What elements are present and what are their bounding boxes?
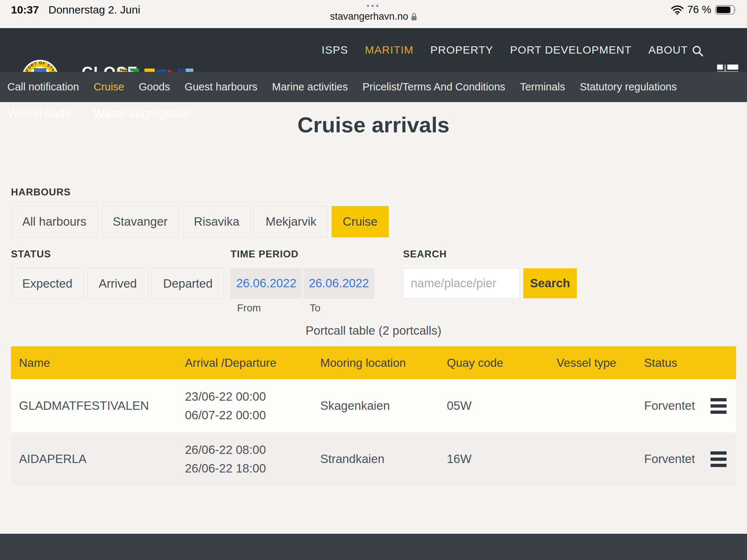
cell-name: AIDAPERLA — [11, 452, 177, 466]
subnav-pricelist[interactable]: Pricelist/Terms And Conditions — [363, 81, 506, 93]
subnav-guest-harbours[interactable]: Guest harbours — [185, 81, 258, 93]
harbour-button-cruise[interactable]: Cruise — [332, 206, 389, 237]
subnav-goods[interactable]: Goods — [139, 81, 170, 93]
subnav-call-notification[interactable]: Call notification — [7, 81, 79, 93]
subnav-cruise[interactable]: Cruise — [94, 81, 124, 93]
subnav-marine-activities[interactable]: Marine activities — [272, 81, 348, 93]
cell-status: Forventet — [636, 399, 707, 413]
url-text: stavangerhavn.no — [330, 11, 409, 22]
main-nav: ISPS MARITIM PROPERTY PORT DEVELOPMENT A… — [322, 28, 688, 72]
battery-icon — [715, 4, 738, 15]
departure-time: 06/07-22 00:00 — [185, 406, 312, 424]
lock-icon — [411, 13, 417, 21]
date-to-field[interactable]: 26.06.2022 — [303, 268, 375, 299]
status-button-arrived[interactable]: Arrived — [88, 268, 148, 299]
safari-tabs-dots[interactable]: ••• — [0, 1, 747, 10]
harbours-label: HARBOURS — [11, 187, 389, 198]
cell-mooring-location: Skagenkaien — [312, 399, 439, 413]
to-label: To — [303, 302, 321, 314]
nav-port-development[interactable]: PORT DEVELOPMENT — [510, 44, 631, 56]
table-header-row: Name Arrival /Departure Mooring location… — [11, 346, 736, 379]
status-right: 76 % — [671, 4, 738, 16]
portcall-table: Name Arrival /Departure Mooring location… — [11, 346, 736, 486]
time-period-label: TIME PERIOD — [231, 249, 375, 260]
status-label: STATUS — [11, 249, 224, 260]
row-menu-icon[interactable] — [707, 451, 736, 467]
time-period-filter: TIME PERIOD 26.06.2022 26.06.2022 From T… — [231, 249, 375, 314]
col-header-name: Name — [11, 356, 177, 370]
ios-status-bar: 10:37 Donnerstag 2. Juni ••• stavangerha… — [0, 0, 747, 28]
address-bar[interactable]: stavangerhavn.no — [0, 11, 747, 22]
table-caption: Portcall table (2 portcalls) — [0, 324, 747, 338]
harbour-button-mekjarvik[interactable]: Mekjarvik — [254, 206, 328, 237]
maritim-subnav: Call notification Cruise Goods Guest har… — [0, 72, 747, 102]
row-menu-icon[interactable] — [707, 398, 736, 414]
nav-isps[interactable]: ISPS — [322, 44, 348, 56]
departure-time: 26/06-22 18:00 — [185, 459, 312, 478]
nav-maritim[interactable]: MARITIM — [365, 44, 414, 56]
cell-status: Forventet — [636, 452, 707, 466]
status-filter: STATUS Expected Arrived Departed — [11, 249, 224, 299]
table-row: GLADMATFESTIVALEN 23/06-22 00:00 06/07-2… — [11, 379, 736, 432]
search-filter: SEARCH Search — [403, 249, 577, 299]
cell-arrival-departure: 23/06-22 00:00 06/07-22 00:00 — [177, 387, 312, 424]
cell-arrival-departure: 26/06-22 08:00 26/06-22 18:00 — [177, 440, 312, 478]
col-header-quay-code: Quay code — [439, 356, 549, 370]
subnav-statutory-regulations[interactable]: Statutory regulations — [580, 81, 677, 93]
site-header: PORT OF STAVANGER NORWAY CLOSE TO everyt… — [0, 28, 747, 72]
subnav-terminals[interactable]: Terminals — [520, 81, 565, 93]
footer-bar — [0, 534, 747, 560]
harbours-filter: HARBOURS All harbours Stavanger Risavika… — [11, 187, 389, 237]
harbour-button-risavika[interactable]: Risavika — [183, 206, 251, 237]
col-header-vessel-type: Vessel type — [549, 356, 636, 370]
battery-percent: 76 % — [687, 4, 711, 16]
status-button-expected[interactable]: Expected — [11, 268, 84, 299]
page-title: Cruise arrivals — [0, 112, 747, 137]
search-icon[interactable] — [692, 45, 704, 59]
search-label: SEARCH — [403, 249, 577, 260]
arrival-time: 23/06-22 00:00 — [185, 387, 312, 406]
date-from-field[interactable]: 26.06.2022 — [231, 268, 302, 299]
col-header-mooring-location: Mooring location — [312, 356, 439, 370]
harbour-button-stavanger[interactable]: Stavanger — [101, 206, 179, 237]
table-row: AIDAPERLA 26/06-22 08:00 26/06-22 18:00 … — [11, 432, 736, 486]
search-input[interactable] — [403, 268, 520, 299]
cell-mooring-location: Strandkaien — [312, 452, 439, 466]
cell-quay-code: 05W — [439, 399, 549, 413]
wifi-icon — [671, 5, 684, 15]
nav-about[interactable]: ABOUT — [649, 44, 688, 56]
col-header-arrival-departure: Arrival /Departure — [177, 356, 312, 370]
search-button[interactable]: Search — [523, 268, 577, 299]
col-header-status: Status — [636, 356, 707, 370]
arrival-time: 26/06-22 08:00 — [185, 440, 312, 459]
status-button-departed[interactable]: Departed — [152, 268, 224, 299]
cell-name: GLADMATFESTIVALEN — [11, 399, 177, 413]
harbour-button-all[interactable]: All harbours — [11, 206, 98, 237]
nav-property[interactable]: PROPERTY — [430, 44, 494, 56]
cell-quay-code: 16W — [439, 452, 549, 466]
from-label: From — [231, 302, 303, 314]
